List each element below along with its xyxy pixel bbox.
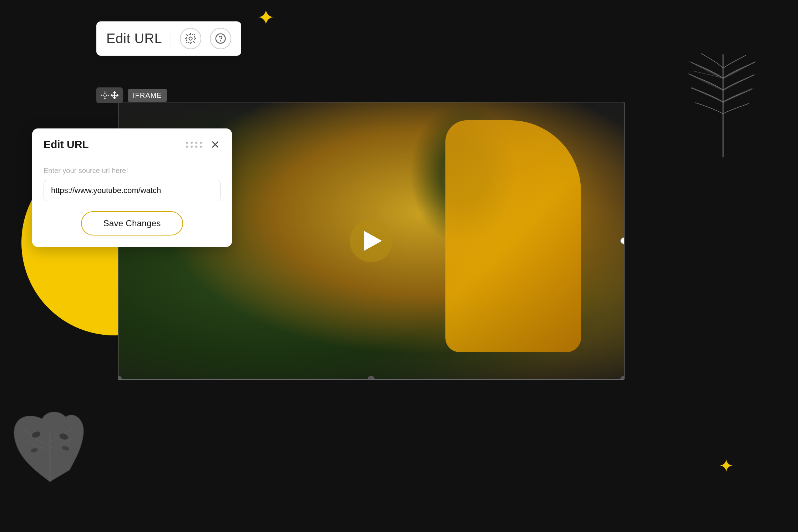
url-input[interactable] [51,186,213,195]
svg-point-2 [216,34,226,44]
main-scene: ✦ ✦ Edit URL [0,0,798,532]
leaf-top-right [687,46,759,153]
drag-dot [191,146,193,148]
save-changes-button[interactable]: Save Changes [81,211,183,235]
play-button[interactable] [350,219,393,262]
dialog-close-button[interactable] [210,139,221,150]
drag-dot [200,146,202,148]
move-cross-icon [110,91,119,100]
settings-icon [184,32,197,45]
edit-url-dialog: Edit URL [32,128,232,247]
move-icon [100,90,110,100]
iframe-handle-area: IFRAME [96,87,167,103]
dialog-header: Edit URL [32,128,232,158]
toolbar-pill: Edit URL [96,21,241,56]
drag-dot [191,142,193,144]
toolbar-edit-url-title: Edit URL [106,31,162,46]
url-input-wrapper [44,180,221,201]
drag-dot [195,146,197,148]
sparkle-bottom-icon: ✦ [719,457,734,475]
drag-dot [186,146,188,148]
chair-shape [445,120,581,352]
settings-button[interactable] [180,28,201,49]
iframe-label: IFRAME [128,89,167,102]
drag-handle[interactable] [186,142,203,148]
svg-point-1 [186,34,195,43]
close-icon [210,139,221,150]
drag-dot [186,142,188,144]
drag-dot [195,142,197,144]
help-icon [215,33,226,44]
drag-dot [200,142,202,144]
url-placeholder-label: Enter your source url here! [44,167,221,175]
sparkle-top-icon: ✦ [257,7,275,29]
toolbar-divider [171,30,171,47]
svg-point-0 [189,37,192,40]
dialog-header-controls [186,139,221,150]
play-icon [364,231,382,251]
move-handle[interactable] [96,87,123,103]
dialog-body: Enter your source url here! Save Changes [32,158,232,247]
help-button[interactable] [210,28,231,49]
leaf-bottom-left [11,407,89,486]
dialog-title: Edit URL [44,138,89,151]
